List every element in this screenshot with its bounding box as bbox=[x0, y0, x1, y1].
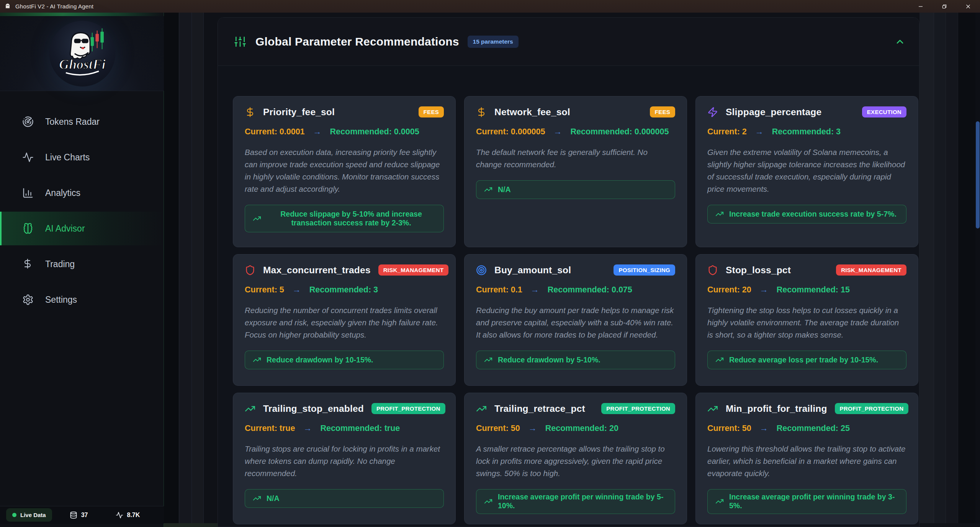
database-icon bbox=[70, 511, 77, 519]
sidebar-item-live-charts[interactable]: Live Charts bbox=[0, 140, 164, 174]
live-data-label: Live Data bbox=[20, 512, 46, 518]
parameter-card: Buy_amount_sol POSITION_SIZING Current: … bbox=[464, 254, 687, 386]
app-ghost-icon bbox=[4, 3, 11, 10]
values-row: Current: 0.1 → Recommended: 0.075 bbox=[476, 285, 675, 295]
arrow-icon: → bbox=[755, 127, 764, 137]
card-header: Trailing_stop_enabled PROFIT_PROTECTION bbox=[245, 403, 444, 414]
parameter-count-badge: 15 parameters bbox=[468, 36, 519, 48]
values-row: Current: 2 → Recommended: 3 bbox=[707, 127, 906, 137]
collapse-chevron-up-icon[interactable] bbox=[895, 36, 905, 47]
parameter-cards-grid: Priority_fee_sol FEES Current: 0.0001 → … bbox=[233, 96, 918, 524]
recommended-value: Recommended: 0.075 bbox=[548, 285, 632, 295]
trending-up-icon bbox=[715, 356, 724, 364]
svg-text:GhostFi: GhostFi bbox=[59, 57, 106, 72]
card-header: Network_fee_sol FEES bbox=[476, 106, 675, 117]
impact-text: Increase average profit per winning trad… bbox=[498, 493, 667, 510]
parameter-name: Priority_fee_sol bbox=[263, 107, 335, 117]
parameter-name: Min_profit_for_trailing bbox=[726, 403, 827, 414]
sidebar-nav: Tokens Radar Live Charts Analytics AI Ad… bbox=[0, 103, 164, 318]
values-row: Current: 20 → Recommended: 15 bbox=[707, 285, 906, 295]
arrow-icon: → bbox=[303, 423, 312, 433]
trending-up-icon bbox=[253, 494, 261, 503]
impact-text: Increase trade execution success rate by… bbox=[729, 210, 897, 219]
current-value: Current: 0.000005 bbox=[476, 127, 545, 137]
card-header: Max_concurrent_trades RISK_MANAGEMENT bbox=[245, 264, 444, 276]
impact-text: N/A bbox=[267, 494, 280, 503]
right-gutter-band bbox=[946, 13, 958, 527]
parameter-description: Given the extreme volatility of Solana m… bbox=[707, 146, 906, 195]
category-badge: EXECUTION bbox=[862, 106, 906, 117]
arrow-icon: → bbox=[531, 285, 539, 295]
target-icon bbox=[476, 265, 487, 276]
values-row: Current: 0.000005 → Recommended: 0.00000… bbox=[476, 127, 675, 137]
database-count-value: 37 bbox=[81, 512, 88, 519]
minimize-button[interactable] bbox=[909, 0, 933, 13]
current-value: Current: 50 bbox=[707, 424, 751, 433]
sidebar-item-label: AI Advisor bbox=[45, 224, 85, 234]
current-value: Current: true bbox=[245, 424, 295, 433]
sidebar-item-tokens-radar[interactable]: Tokens Radar bbox=[0, 105, 164, 139]
recommended-value: Recommended: 20 bbox=[545, 424, 618, 433]
sidebar-item-label: Trading bbox=[45, 259, 75, 269]
parameter-description: Reducing the buy amount per trade helps … bbox=[476, 304, 675, 341]
left-gutter-band bbox=[203, 13, 218, 527]
impact-box: Reduce slippage by 5-10% and increase tr… bbox=[245, 205, 444, 232]
panel-title: Global Parameter Recommendations bbox=[255, 35, 459, 48]
brain-icon bbox=[22, 223, 34, 234]
parameter-name: Slippage_percentage bbox=[726, 107, 821, 117]
sidebar-item-label: Settings bbox=[45, 295, 77, 305]
card-header: Slippage_percentage EXECUTION bbox=[707, 106, 906, 117]
card-header: Priority_fee_sol FEES bbox=[245, 106, 444, 117]
close-button[interactable] bbox=[956, 0, 980, 13]
recommended-value: Recommended: 3 bbox=[309, 285, 378, 295]
panel-header: Global Parameter Recommendations 15 para… bbox=[218, 18, 919, 66]
current-value: Current: 0.0001 bbox=[245, 127, 305, 137]
impact-box: Increase trade execution success rate by… bbox=[707, 205, 906, 224]
parameter-name: Trailing_stop_enabled bbox=[263, 403, 364, 414]
parameter-name: Buy_amount_sol bbox=[494, 265, 571, 276]
category-badge: RISK_MANAGEMENT bbox=[378, 264, 449, 276]
parameter-card: Slippage_percentage EXECUTION Current: 2… bbox=[695, 96, 918, 247]
category-badge: POSITION_SIZING bbox=[614, 264, 675, 276]
radar-icon bbox=[22, 116, 34, 127]
arrow-icon: → bbox=[293, 285, 301, 295]
shield-icon bbox=[707, 265, 718, 276]
values-row: Current: 0.0001 → Recommended: 0.0005 bbox=[245, 127, 444, 137]
parameter-description: Based on execution data, increasing prio… bbox=[245, 146, 444, 195]
parameter-card: Stop_loss_pct RISK_MANAGEMENT Current: 2… bbox=[695, 254, 918, 386]
recommended-value: Recommended: 0.0005 bbox=[330, 127, 419, 137]
sidebar-item-trading[interactable]: Trading bbox=[0, 247, 164, 281]
arrow-icon: → bbox=[760, 423, 768, 433]
impact-box: N/A bbox=[245, 489, 444, 508]
vertical-scrollbar[interactable] bbox=[975, 13, 980, 527]
card-header: Buy_amount_sol POSITION_SIZING bbox=[476, 264, 675, 276]
trending-up-icon bbox=[707, 403, 718, 414]
activity-icon bbox=[22, 152, 34, 163]
card-header: Min_profit_for_trailing PROFIT_PROTECTIO… bbox=[707, 403, 906, 414]
values-row: Current: 50 → Recommended: 20 bbox=[476, 423, 675, 433]
parameter-description: The default network fee is generally suf… bbox=[476, 146, 675, 171]
sidebar-item-analytics[interactable]: Analytics bbox=[0, 176, 164, 210]
current-value: Current: 2 bbox=[707, 127, 747, 137]
left-gutter-band bbox=[164, 13, 179, 527]
live-dot-icon bbox=[12, 513, 16, 517]
recommendations-panel: Global Parameter Recommendations 15 para… bbox=[218, 17, 919, 527]
impact-box: Reduce drawdown by 5-10%. bbox=[476, 351, 675, 369]
sidebar: GhostFi Tokens Radar Live Charts Analyti… bbox=[0, 13, 164, 527]
card-header: Stop_loss_pct RISK_MANAGEMENT bbox=[707, 264, 906, 276]
trending-up-icon bbox=[245, 403, 255, 414]
recommended-value: Recommended: 3 bbox=[772, 127, 841, 137]
arrow-icon: → bbox=[553, 127, 562, 137]
arrow-icon: → bbox=[313, 127, 322, 137]
restore-button[interactable] bbox=[933, 0, 956, 13]
impact-text: Reduce average loss per trade by 10-15%. bbox=[729, 356, 878, 364]
sidebar-item-settings[interactable]: Settings bbox=[0, 283, 164, 317]
restore-icon bbox=[941, 3, 947, 10]
impact-text: Reduce slippage by 5-10% and increase tr… bbox=[267, 210, 436, 227]
scrollbar-thumb[interactable] bbox=[976, 121, 980, 228]
sidebar-item-label: Live Charts bbox=[45, 152, 90, 163]
sidebar-item-ai-advisor[interactable]: AI Advisor bbox=[0, 212, 164, 245]
bar-chart-icon bbox=[22, 187, 34, 199]
left-gutter-band bbox=[179, 13, 191, 527]
impact-box: Reduce average loss per trade by 10-15%. bbox=[707, 351, 906, 369]
